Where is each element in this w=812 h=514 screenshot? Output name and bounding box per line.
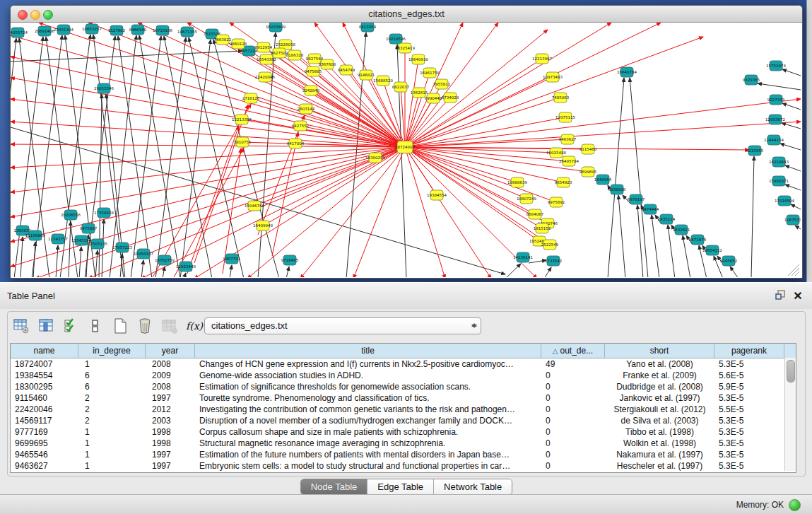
graph-edge[interactable] [791, 204, 801, 209]
graph-edge[interactable] [630, 78, 648, 277]
graph-edge[interactable] [780, 144, 801, 150]
graph-edge[interactable] [405, 147, 539, 241]
create-column-icon[interactable] [111, 317, 129, 335]
table-scrollbar[interactable] [784, 358, 796, 471]
table-row[interactable]: 1830029562008Estimation of significance … [11, 381, 796, 392]
graph-edge[interactable] [782, 69, 801, 76]
graph-edge[interactable] [405, 99, 801, 147]
network-canvas[interactable]: 2405572420691406238313041065325715276028… [11, 23, 801, 277]
unselect-all-columns-icon[interactable] [86, 317, 105, 335]
table-mode-icon[interactable] [12, 317, 30, 335]
graph-edge[interactable] [405, 23, 498, 147]
graph-edge[interactable] [751, 156, 754, 277]
table-row[interactable]: 977716911998Corpus callosum shape and si… [11, 426, 796, 438]
table-row[interactable]: 946554611997Estimation of the future num… [11, 449, 796, 460]
table-row[interactable]: 1872400712008Changes of HCN gene express… [11, 358, 796, 370]
graph-edge[interactable] [405, 147, 437, 195]
graph-edge[interactable] [138, 23, 405, 147]
graph-node-label: 7663822 [214, 37, 232, 42]
graph-edge[interactable] [405, 147, 526, 199]
graph-edge[interactable] [668, 225, 675, 277]
graph-edge[interactable] [88, 147, 405, 277]
table-row[interactable]: 946362711997Embryonic stem cells: a mode… [11, 460, 796, 472]
graph-edge[interactable] [11, 122, 405, 147]
graph-edge[interactable] [405, 73, 430, 147]
column-header-in_degree[interactable]: in_degree [78, 344, 146, 358]
delete-columns-icon[interactable] [136, 317, 154, 335]
graph-edge[interactable] [131, 36, 161, 277]
graph-edge[interactable] [272, 132, 298, 256]
close-panel-icon[interactable]: ✕ [791, 289, 805, 303]
graph-edge[interactable] [11, 147, 405, 242]
graph-edge[interactable] [405, 139, 567, 147]
graph-edge[interactable] [11, 144, 405, 147]
function-builder-icon[interactable]: f(x) [185, 317, 204, 335]
network-graph[interactable]: 2405572420691406238313041065325715276028… [11, 23, 801, 277]
graph-edge[interactable] [505, 264, 521, 277]
graph-edge[interactable] [544, 267, 551, 277]
graph-edge[interactable] [529, 260, 546, 263]
float-panel-icon[interactable] [774, 289, 788, 303]
graph-edge[interactable] [785, 165, 801, 171]
graph-node-label: 1362615 [411, 90, 428, 95]
graph-edge[interactable] [35, 147, 405, 277]
graph-edge[interactable] [353, 147, 405, 277]
graph-edge[interactable] [313, 71, 405, 147]
column-header-pagerank[interactable]: pagerank [714, 344, 784, 358]
graph-edge[interactable] [730, 267, 739, 277]
graph-edge[interactable] [14, 37, 43, 277]
select-all-columns-icon[interactable] [61, 317, 80, 335]
resize-grip-icon[interactable] [788, 264, 799, 276]
graph-edge[interactable] [785, 185, 801, 190]
graph-edge[interactable] [11, 35, 405, 147]
graph-edge[interactable] [20, 237, 23, 277]
graph-edge[interactable] [19, 38, 49, 277]
graph-edge[interactable] [11, 99, 405, 147]
table-scrollbar-thumb[interactable] [787, 360, 795, 382]
network-window-titlebar[interactable]: citations_edges.txt [11, 6, 802, 23]
graph-edge[interactable] [782, 123, 801, 129]
graph-edge[interactable] [405, 147, 569, 161]
table-row[interactable]: 2242004622012Investigating the contribut… [11, 404, 796, 415]
table-row[interactable]: 1456911722003Disruption of a novel membe… [11, 415, 796, 426]
graph-edge[interactable] [286, 267, 289, 277]
graph-edge[interactable] [782, 103, 801, 110]
graph-edge[interactable] [266, 59, 405, 147]
column-header-year[interactable]: year [146, 344, 195, 358]
table-row[interactable]: 1938455462009Genome-wide association stu… [11, 370, 796, 381]
graph-edge[interactable] [79, 247, 81, 277]
graph-edge[interactable] [184, 273, 186, 277]
column-header-name[interactable]: name [11, 344, 78, 358]
tab-node-table[interactable]: Node Table [301, 479, 368, 494]
column-header-title[interactable]: title [195, 344, 541, 358]
graph-edge[interactable] [247, 147, 405, 277]
graph-edge[interactable] [405, 147, 542, 228]
graph-edge[interactable] [401, 87, 405, 147]
graph-edge[interactable] [795, 226, 801, 229]
tab-edge-table[interactable]: Edge Table [367, 479, 434, 494]
column-header-short[interactable]: short [605, 344, 714, 358]
table-row[interactable]: 969969511998Structural magnetic resonanc… [11, 438, 796, 449]
graph-edge[interactable] [258, 115, 305, 235]
graph-edge[interactable] [300, 147, 405, 277]
graph-edge[interactable] [194, 105, 248, 263]
graph-edge[interactable] [405, 147, 749, 150]
graph-edge[interactable] [652, 215, 659, 277]
graph-edge[interactable] [618, 195, 625, 277]
graph-edge[interactable] [230, 265, 232, 277]
column-header-out_de[interactable]: △out_de... [541, 344, 605, 358]
graph-edge[interactable] [95, 250, 98, 277]
graph-edge[interactable] [758, 83, 801, 90]
graph-edge[interactable] [405, 147, 445, 277]
table-switcher[interactable]: citations_edges.txt [204, 317, 481, 334]
show-columns-icon[interactable] [37, 317, 55, 335]
tab-network-table[interactable]: Network Table [434, 479, 512, 494]
graph-edge[interactable] [99, 94, 102, 277]
graph-edge[interactable] [139, 35, 180, 277]
delete-table-icon[interactable] [160, 317, 179, 335]
graph-edge[interactable] [56, 245, 58, 277]
table-row[interactable]: 911546021997Tourette syndrome. Phenomeno… [11, 392, 796, 404]
graph-edge[interactable] [141, 260, 143, 277]
graph-edge[interactable] [405, 77, 553, 147]
graph-edge[interactable] [265, 77, 405, 147]
